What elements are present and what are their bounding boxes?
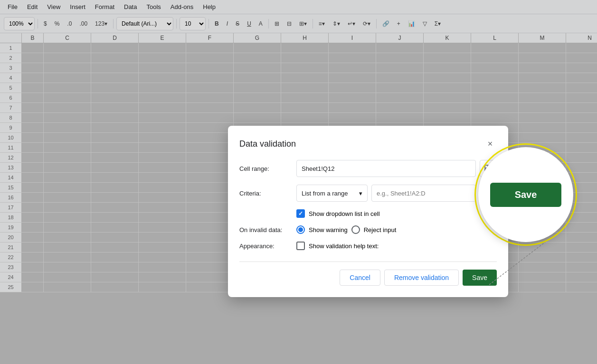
dialog-footer: Cancel Remove validation Save xyxy=(239,261,497,286)
remove-validation-button[interactable]: Remove validation xyxy=(384,270,459,286)
appearance-label: Appearance: xyxy=(239,243,296,250)
show-dropdown-row: ✓ Show dropdown list in cell xyxy=(239,209,497,218)
cell-range-content xyxy=(296,160,497,177)
invalid-data-content: Show warning Reject input xyxy=(296,225,497,234)
cell-range-row: Cell range: xyxy=(239,160,497,177)
criteria-dropdown-text: List from a range xyxy=(302,190,356,197)
chevron-down-icon: ▾ xyxy=(359,190,362,197)
appearance-row: Appearance: Show validation help text: xyxy=(239,242,497,250)
criteria-dropdown[interactable]: List from a range ▾ xyxy=(296,185,368,202)
help-text-checkbox[interactable] xyxy=(296,242,305,250)
cancel-button[interactable]: Cancel xyxy=(340,270,380,286)
data-validation-dialog: Data validation × Cell range: Criteria: … xyxy=(228,126,508,297)
show-warning-label: Show warning xyxy=(309,226,348,233)
cell-range-input[interactable] xyxy=(296,160,476,177)
close-button[interactable]: × xyxy=(483,137,497,150)
invalid-data-label: On invalid data: xyxy=(239,226,296,233)
criteria-range-input[interactable] xyxy=(371,185,476,202)
reject-input-label: Reject input xyxy=(364,226,397,233)
radio-dot xyxy=(298,227,303,232)
appearance-content: Show validation help text: xyxy=(296,242,497,250)
cell-range-label: Cell range: xyxy=(239,165,296,172)
dialog-title: Data validation xyxy=(239,139,296,149)
save-highlight-button[interactable]: Save xyxy=(490,183,561,207)
show-warning-radio[interactable] xyxy=(296,225,305,234)
dialog-header: Data validation × xyxy=(239,137,497,150)
save-button[interactable]: Save xyxy=(463,270,497,286)
criteria-content: List from a range ▾ xyxy=(296,185,497,202)
invalid-data-row: On invalid data: Show warning Reject inp… xyxy=(239,225,497,234)
show-dropdown-checkbox[interactable]: ✓ xyxy=(296,209,305,218)
criteria-label: Criteria: xyxy=(239,190,296,197)
reject-input-radio[interactable] xyxy=(351,225,360,234)
criteria-row: Criteria: List from a range ▾ xyxy=(239,185,497,202)
show-dropdown-label: Show dropdown list in cell xyxy=(309,210,380,217)
save-highlight-circle: Save xyxy=(478,147,573,242)
checkmark-icon: ✓ xyxy=(298,210,303,217)
help-text-label: Show validation help text: xyxy=(309,243,379,250)
